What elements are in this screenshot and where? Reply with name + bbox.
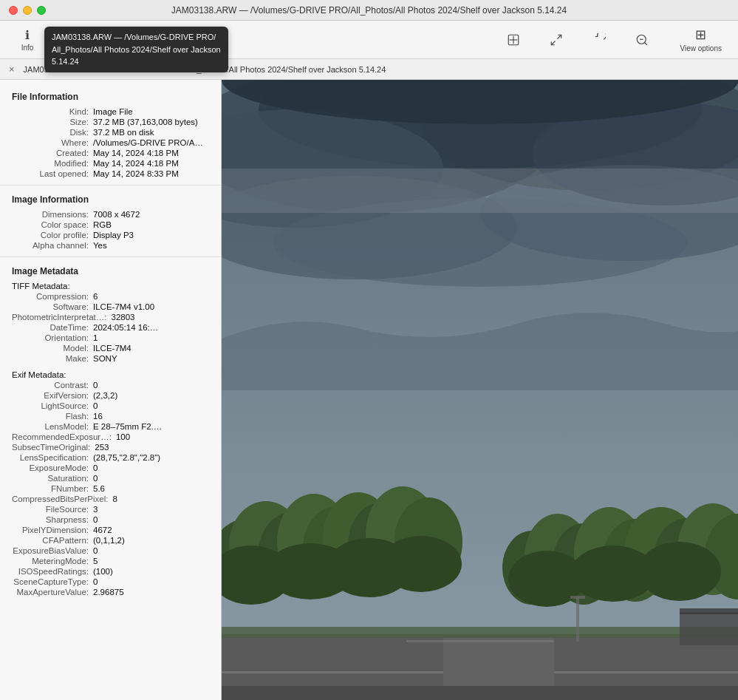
info-tab-label: Info	[21, 44, 34, 52]
info-row-value: /Volumes/G-DRIVE PRO/A…	[93, 138, 203, 147]
panel-close-button[interactable]: ×	[9, 64, 15, 75]
info-row: SceneCaptureType:0	[0, 577, 221, 587]
info-row-value: 0	[93, 577, 98, 586]
info-row: Modified:May 14, 2024 4:18 PM	[0, 158, 221, 169]
traffic-lights	[9, 6, 46, 15]
tooltip-line2: All_Photos/All Photos 2024/Shelf over Ja…	[52, 45, 221, 54]
info-row-label: SubsecTimeOriginal:	[12, 443, 95, 452]
zoom-icon	[635, 33, 649, 47]
info-row: LensModel:E 28–75mm F2.…	[0, 421, 221, 432]
svg-rect-73	[680, 608, 738, 614]
exif-label: Exif Metadata:	[12, 370, 66, 379]
info-row-label: Orientation:	[12, 333, 93, 342]
storm-image	[222, 80, 738, 700]
rotate-icon	[592, 33, 606, 47]
info-row: Size:37.2 MB (37,163,008 bytes)	[0, 117, 221, 127]
info-row: Make:SONY	[0, 353, 221, 364]
info-row-value: Yes	[93, 241, 107, 250]
info-row: Compression:6	[0, 291, 221, 302]
info-row-value: 5	[93, 557, 98, 565]
info-row: CFAPattern:(0,1,1,2)	[0, 535, 221, 546]
tiff-rows: Compression:6Software:ILCE-7M4 v1.00Phot…	[0, 291, 221, 364]
svg-rect-74	[576, 597, 579, 642]
info-row-label: Last opened:	[12, 169, 93, 178]
info-row-label: ISOSpeedRatings:	[12, 567, 93, 576]
plus-icon	[507, 33, 520, 47]
info-row: Dimensions:7008 x 4672	[0, 209, 221, 220]
info-row: ExposureMode:0	[0, 463, 221, 473]
close-button[interactable]	[9, 6, 18, 15]
info-row-label: MaxApertureValue:	[12, 588, 93, 597]
info-row-value: May 14, 2024 4:18 PM	[93, 149, 179, 157]
zoom-button[interactable]	[629, 30, 655, 50]
info-row: Saturation:0	[0, 473, 221, 483]
info-row-label: FileSource:	[12, 505, 93, 514]
view-options-label: View options	[680, 44, 722, 52]
rotate-button[interactable]	[587, 30, 612, 50]
info-row-value: 16	[93, 412, 103, 421]
add-button[interactable]	[501, 30, 526, 50]
divider-2	[0, 256, 221, 257]
svg-line-3	[558, 35, 561, 38]
info-row-value: (28,75,"2.8","2.8")	[93, 453, 160, 462]
info-row: Flash:16	[0, 411, 221, 421]
main-layout: File Information Kind:Image FileSize:37.…	[0, 80, 738, 700]
info-row-label: SceneCaptureType:	[12, 577, 93, 586]
info-row-label: ExifVersion:	[12, 391, 93, 400]
view-options-icon: ⊞	[695, 27, 706, 43]
info-row-label: Sharpness:	[12, 515, 93, 524]
svg-rect-72	[680, 612, 738, 645]
info-row-label: Flash:	[12, 412, 93, 421]
info-row: Software:ILCE-7M4 v1.00	[0, 302, 221, 312]
info-row: RecommendedExposur…:100	[0, 432, 221, 442]
info-row-label: Disk:	[12, 128, 93, 137]
svg-rect-75	[570, 596, 585, 599]
info-row: LightSource:0	[0, 401, 221, 411]
info-row-label: Created:	[12, 149, 93, 157]
tooltip-line1: JAM03138.ARW — /Volumes/G-DRIVE PRO/	[52, 33, 216, 41]
info-row: Last opened:May 14, 2024 8:33 PM	[0, 169, 221, 179]
info-row-label: Color profile:	[12, 231, 93, 239]
info-row-value: ILCE-7M4	[93, 344, 131, 353]
fullscreen-icon	[550, 33, 563, 47]
info-row: CompressedBitsPerPixel:8	[0, 494, 221, 504]
info-row-label: Software:	[12, 302, 93, 311]
info-row: Alpha channel:Yes	[0, 240, 221, 251]
info-row-label: LensSpecification:	[12, 453, 93, 462]
info-row: FileSource:3	[0, 504, 221, 514]
info-row-value: 37.2 MB (37,163,008 bytes)	[93, 118, 198, 126]
info-tab[interactable]: ℹ Info	[9, 25, 46, 55]
view-options-button[interactable]: ⊞ View options	[672, 24, 729, 55]
info-row-label: Where:	[12, 138, 93, 147]
info-row: SubsecTimeOriginal:253	[0, 442, 221, 452]
info-row-label: ExposureMode:	[12, 463, 93, 472]
info-row: Sharpness:0	[0, 514, 221, 525]
svg-rect-47	[406, 640, 554, 642]
svg-rect-78	[222, 686, 738, 700]
info-row-value: May 14, 2024 8:33 PM	[93, 169, 179, 178]
maximize-button[interactable]	[37, 6, 46, 15]
tooltip-line3: 5.14.24	[52, 57, 79, 66]
exif-label-row: Exif Metadata:	[0, 370, 221, 380]
image-info-header: Image Information	[0, 191, 221, 209]
info-row-value: (0,1,1,2)	[93, 536, 125, 545]
info-row-value: (2,3,2)	[93, 391, 117, 400]
info-row-label: MeteringMode:	[12, 557, 93, 565]
info-panel[interactable]: File Information Kind:Image FileSize:37.…	[0, 80, 222, 700]
info-row: ExposureBiasValue:0	[0, 546, 221, 556]
info-row-label: Contrast:	[12, 381, 93, 390]
fullscreen-button[interactable]	[544, 30, 569, 50]
info-row: Created:May 14, 2024 4:18 PM	[0, 148, 221, 158]
file-info-header: File Information	[0, 89, 221, 106]
info-row-value: 0	[93, 381, 98, 390]
minimize-button[interactable]	[23, 6, 32, 15]
info-row: Where:/Volumes/G-DRIVE PRO/A…	[0, 137, 221, 148]
info-row-value: ILCE-7M4 v1.00	[93, 302, 154, 311]
info-row-label: Make:	[12, 354, 93, 363]
info-row: Contrast:0	[0, 380, 221, 390]
info-row-label: Dimensions:	[12, 210, 93, 219]
info-row-label: LensModel:	[12, 422, 93, 431]
info-row: FNumber:5.6	[0, 483, 221, 494]
info-row: Orientation:1	[0, 333, 221, 343]
info-row: Kind:Image File	[0, 106, 221, 117]
